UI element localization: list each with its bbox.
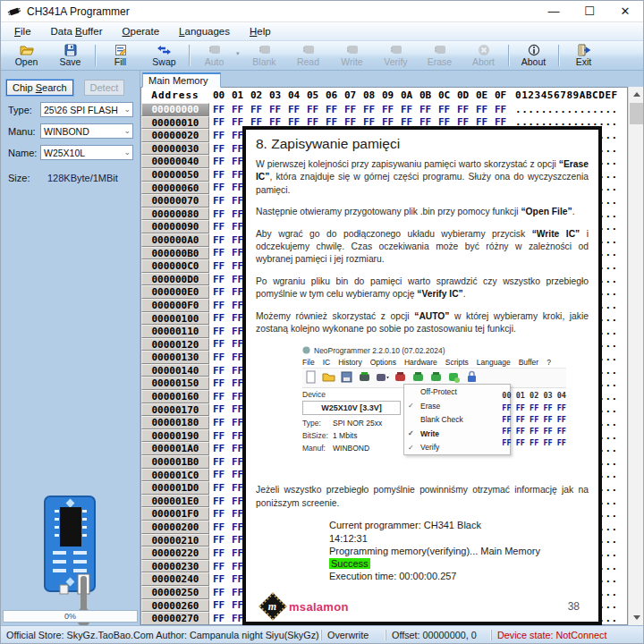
name-select[interactable]: W25X10L⌄	[40, 145, 133, 160]
close-button[interactable]: ✕	[607, 1, 643, 21]
byte-cell[interactable]: FF	[209, 274, 228, 285]
maximize-button[interactable]: ☐	[572, 1, 607, 21]
shot-field-label: BitSize:	[302, 431, 333, 440]
byte-cell[interactable]: FF	[341, 104, 360, 115]
byte-cell[interactable]: FF	[209, 573, 228, 585]
byte-cell[interactable]: FF	[209, 182, 228, 193]
byte-cell[interactable]: FF	[209, 156, 228, 167]
byte-cell[interactable]: FF	[209, 286, 228, 298]
byte-cell[interactable]: FF	[209, 613, 228, 624]
byte-cell[interactable]: FF	[266, 104, 284, 115]
byte-cell[interactable]: FF	[209, 403, 228, 415]
auto-dropdown-arrow[interactable]: ▾	[236, 50, 242, 57]
byte-cell[interactable]: FF	[472, 104, 491, 115]
shot-dropdown-item-off-protect[interactable]: Off-Protect	[404, 385, 510, 399]
byte-cell[interactable]: FF	[378, 104, 397, 115]
byte-cell[interactable]: FF	[209, 300, 228, 311]
byte-cell[interactable]: FF	[209, 143, 228, 155]
hex-row[interactable]: 00000000FFFFFFFFFFFFFFFFFFFFFFFFFFFFFFFF…	[141, 103, 627, 116]
byte-cell[interactable]: FF	[209, 326, 228, 337]
byte-cell[interactable]: FF	[322, 104, 341, 115]
address-cell: 00000110	[141, 325, 209, 338]
byte-cell[interactable]: FF	[209, 221, 228, 233]
type-select[interactable]: 25\26 SPI FLASH⌄	[40, 102, 133, 117]
open-button[interactable]: Open	[4, 41, 48, 69]
byte-cell[interactable]: FF	[209, 352, 228, 363]
menu-operate[interactable]: Operate	[113, 24, 170, 38]
abort-button[interactable]: Abort	[462, 41, 505, 69]
chip-search-button[interactable]: Chip Search	[6, 80, 73, 96]
byte-cell[interactable]: FF	[209, 169, 228, 181]
byte-cell[interactable]: FF	[360, 104, 378, 115]
read-button[interactable]: Read	[286, 41, 330, 69]
detect-button[interactable]: Detect	[84, 80, 125, 96]
console-output: Current programmer: CH341 Black14:12:31P…	[329, 519, 589, 582]
menu-help[interactable]: Help	[240, 24, 281, 38]
byte-cell[interactable]: FF	[453, 104, 472, 115]
about-button[interactable]: About	[512, 41, 555, 69]
byte-cell[interactable]: FF	[209, 456, 228, 468]
byte-cell[interactable]: FF	[397, 104, 416, 115]
shot-dropdown-item-blank-check[interactable]: Blank Check	[404, 412, 510, 427]
byte-cell[interactable]: FF	[209, 247, 228, 258]
erase-button[interactable]: Erase	[418, 41, 462, 69]
fill-button[interactable]: Fill	[98, 41, 142, 69]
progress-value: 0%	[64, 612, 76, 621]
byte-cell[interactable]: FF	[209, 469, 228, 480]
byte-cell[interactable]: FF	[209, 599, 228, 611]
byte-cell[interactable]: FF	[209, 561, 228, 572]
shot-dropdown-item-write[interactable]: ✓Write	[404, 427, 510, 441]
blank-button[interactable]: Blank	[242, 41, 286, 69]
byte-cell[interactable]: FF	[209, 260, 228, 272]
menu-data-buffer[interactable]: Data Buffer	[41, 24, 113, 38]
byte-cell[interactable]: FF	[209, 234, 228, 246]
menu-languages[interactable]: Languages	[169, 24, 240, 38]
exit-button[interactable]: Exit	[562, 41, 606, 69]
save-button[interactable]: Save	[48, 41, 92, 69]
byte-cell[interactable]: FF	[209, 365, 228, 377]
byte-cell[interactable]: FF	[284, 104, 303, 115]
byte-cell[interactable]: FF	[247, 104, 266, 115]
byte-cell[interactable]: FF	[228, 104, 247, 115]
auto-button[interactable]: Auto	[192, 41, 236, 69]
byte-cell[interactable]: FF	[209, 417, 228, 428]
check-icon: ✓	[408, 402, 420, 410]
byte-cell[interactable]: FF	[435, 104, 453, 115]
write-button[interactable]: Write	[330, 41, 374, 69]
swap-button[interactable]: Swap	[142, 41, 186, 69]
byte-cell[interactable]: FF	[416, 104, 435, 115]
tab-main-memory[interactable]: Main Memory	[142, 72, 221, 88]
byte-cell[interactable]: FF	[209, 130, 228, 141]
byte-cell[interactable]: FF	[209, 587, 228, 598]
byte-cell[interactable]: FF	[209, 496, 228, 507]
byte-cell[interactable]: FF	[209, 338, 228, 350]
scroll-up-arrow[interactable]	[629, 87, 644, 102]
byte-cell[interactable]: FF	[209, 104, 228, 115]
byte-cell[interactable]: FF	[209, 430, 228, 442]
byte-cell[interactable]: FF	[209, 521, 228, 533]
exit-label: Exit	[576, 56, 592, 67]
manu-select[interactable]: WINBOND⌄	[40, 123, 133, 139]
shot-dropdown-item-verify[interactable]: ✓Verify	[404, 440, 510, 454]
byte-cell[interactable]: FF	[303, 104, 322, 115]
shot-dropdown-item-erase[interactable]: ✓Erase	[404, 399, 510, 413]
byte-cell[interactable]: FF	[209, 208, 228, 220]
byte-cell[interactable]: FF	[209, 312, 228, 324]
scroll-down-arrow[interactable]	[629, 610, 644, 625]
byte-cell[interactable]: FF	[209, 534, 228, 546]
byte-cell[interactable]: FF	[209, 482, 228, 494]
scrollbar-thumb[interactable]	[630, 103, 643, 124]
byte-cell[interactable]: FF	[209, 391, 228, 402]
byte-cell[interactable]: FF	[209, 508, 228, 520]
byte-cell[interactable]: FF	[209, 377, 228, 389]
address-cell: 00000210	[141, 534, 209, 547]
byte-cell[interactable]: FF	[491, 104, 510, 115]
verify-button[interactable]: Verify	[374, 41, 418, 69]
vertical-scrollbar[interactable]	[628, 87, 643, 625]
byte-cell[interactable]: FF	[209, 116, 228, 128]
menu-file[interactable]: File	[4, 24, 41, 38]
minimize-button[interactable]: —	[536, 1, 572, 21]
byte-cell[interactable]: FF	[209, 443, 228, 454]
byte-cell[interactable]: FF	[209, 547, 228, 559]
byte-cell[interactable]: FF	[209, 195, 228, 207]
